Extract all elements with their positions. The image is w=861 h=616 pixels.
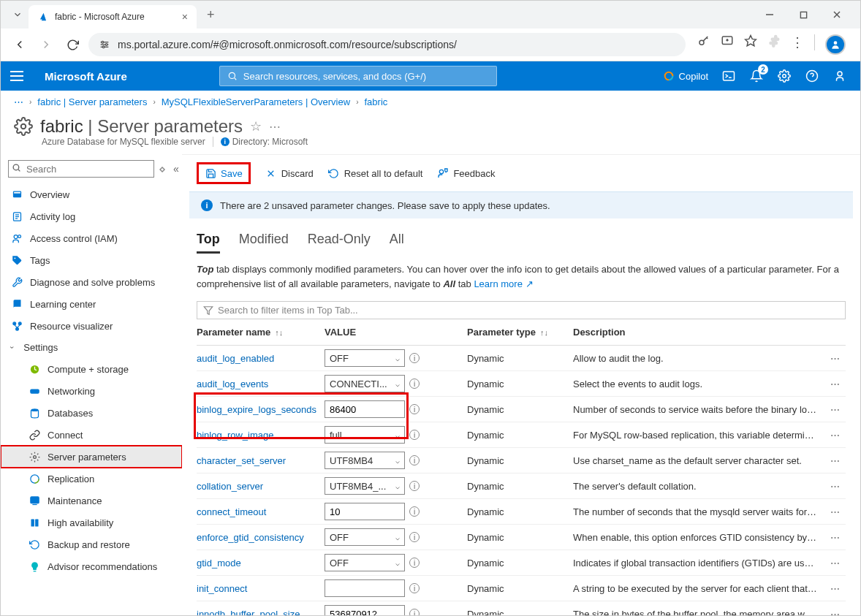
- parameter-link[interactable]: binlog_row_image: [197, 430, 274, 441]
- sidebar-item[interactable]: Networking: [1, 380, 182, 402]
- value-input[interactable]: [325, 605, 405, 616]
- breadcrumb-item[interactable]: MySQLFlexibleServerParameters | Overview: [162, 96, 350, 107]
- info-icon[interactable]: i: [409, 583, 420, 593]
- sidebar-item[interactable]: Server parameters: [1, 446, 182, 468]
- extensions-icon[interactable]: [767, 34, 781, 55]
- discard-button[interactable]: Discard: [265, 167, 314, 179]
- row-actions-icon[interactable]: ⋯: [830, 532, 840, 543]
- back-button[interactable]: [10, 34, 30, 55]
- value-select[interactable]: full⌵: [325, 426, 405, 444]
- parameter-link[interactable]: binlog_expire_logs_seconds: [197, 404, 316, 415]
- row-actions-icon[interactable]: ⋯: [830, 506, 840, 517]
- row-actions-icon[interactable]: ⋯: [830, 430, 840, 441]
- value-input[interactable]: [325, 503, 405, 520]
- info-icon[interactable]: i: [409, 609, 420, 616]
- info-icon[interactable]: i: [409, 353, 420, 363]
- breadcrumb-overflow[interactable]: ⋯: [14, 96, 23, 107]
- forward-button[interactable]: [36, 34, 56, 55]
- breadcrumb-item[interactable]: fabric | Server parameters: [37, 96, 147, 107]
- feedback-icon[interactable]: [832, 69, 847, 83]
- reset-button[interactable]: Reset all to default: [328, 167, 423, 179]
- url-input[interactable]: ms.portal.azure.com/#@microsoft.onmicros…: [88, 33, 686, 56]
- info-icon[interactable]: i: [409, 558, 420, 568]
- row-actions-icon[interactable]: ⋯: [830, 379, 840, 389]
- save-button[interactable]: Save: [197, 162, 251, 184]
- row-actions-icon[interactable]: ⋯: [830, 558, 840, 569]
- menu-button[interactable]: [1, 61, 33, 91]
- learn-more-link[interactable]: Learn more: [474, 278, 522, 289]
- notifications-icon[interactable]: 2: [749, 69, 764, 83]
- row-actions-icon[interactable]: ⋯: [830, 481, 840, 492]
- sidebar-item[interactable]: Tags: [1, 249, 182, 271]
- profile-avatar[interactable]: [825, 34, 846, 55]
- col-header-value[interactable]: VALUE: [325, 327, 356, 338]
- key-icon[interactable]: [697, 34, 710, 55]
- value-select[interactable]: UTF8MB4_...⌵: [325, 477, 405, 495]
- collapse-sidebar-button[interactable]: «: [170, 161, 182, 176]
- sidebar-item[interactable]: Overview: [1, 183, 182, 205]
- minimize-button[interactable]: [759, 4, 780, 25]
- value-select[interactable]: OFF⌵: [325, 528, 405, 546]
- sidebar-item[interactable]: Connect: [1, 424, 182, 446]
- col-header-desc[interactable]: Description: [573, 327, 626, 338]
- sidebar-group-settings[interactable]: ›Settings: [1, 337, 182, 358]
- sidebar-item[interactable]: Maintenance: [1, 490, 182, 512]
- settings-icon[interactable]: [777, 69, 792, 83]
- brand-logo[interactable]: Microsoft Azure: [33, 70, 139, 83]
- sidebar-item[interactable]: Compute + storage: [1, 358, 182, 380]
- parameter-link[interactable]: connect_timeout: [197, 506, 266, 517]
- reload-button[interactable]: [62, 34, 83, 55]
- more-actions-icon[interactable]: ⋯: [269, 120, 281, 134]
- sidebar-item[interactable]: Diagnose and solve problems: [1, 271, 182, 293]
- feedback-button[interactable]: Feedback: [437, 167, 495, 179]
- value-select[interactable]: OFF⌵: [325, 554, 405, 571]
- tab-top[interactable]: Top: [197, 232, 220, 254]
- row-actions-icon[interactable]: ⋯: [830, 609, 840, 617]
- info-icon[interactable]: i: [409, 379, 420, 389]
- sidebar-item[interactable]: Activity log: [1, 205, 182, 227]
- sidebar-item[interactable]: Learning center: [1, 293, 182, 315]
- info-icon[interactable]: i: [409, 404, 420, 414]
- row-actions-icon[interactable]: ⋯: [830, 353, 840, 364]
- info-icon[interactable]: i: [409, 430, 420, 440]
- cloudshell-icon[interactable]: [721, 69, 736, 83]
- bookmark-icon[interactable]: [744, 34, 757, 55]
- sidebar-item[interactable]: Advisor recommendations: [1, 555, 182, 577]
- sort-icon[interactable]: ↑↓: [275, 328, 283, 337]
- sort-icon[interactable]: ↑↓: [540, 328, 548, 337]
- sidebar-search-input[interactable]: [8, 160, 154, 178]
- value-input[interactable]: [325, 400, 405, 418]
- tab-all[interactable]: All: [390, 232, 404, 254]
- global-search-input[interactable]: Search resources, services, and docs (G+…: [219, 66, 497, 86]
- menu-icon[interactable]: ⋮: [791, 34, 804, 55]
- row-actions-icon[interactable]: ⋯: [830, 583, 840, 594]
- col-header-type[interactable]: Parameter type: [467, 327, 536, 338]
- value-input[interactable]: [325, 579, 405, 597]
- col-header-name[interactable]: Parameter name: [197, 327, 270, 338]
- close-tab-icon[interactable]: ×: [182, 11, 188, 23]
- parameter-link[interactable]: character_set_server: [197, 455, 286, 466]
- sidebar-item[interactable]: Access control (IAM): [1, 227, 182, 249]
- parameter-link[interactable]: audit_log_enabled: [197, 353, 274, 364]
- tab-dropdown-icon[interactable]: [7, 9, 29, 20]
- new-tab-button[interactable]: +: [201, 4, 221, 26]
- info-icon[interactable]: i: [409, 481, 420, 491]
- copilot-button[interactable]: Copilot: [663, 70, 708, 82]
- value-select[interactable]: CONNECTI...⌵: [325, 375, 405, 392]
- info-icon[interactable]: i: [409, 532, 420, 542]
- value-select[interactable]: OFF⌵: [325, 349, 405, 367]
- row-actions-icon[interactable]: ⋯: [830, 404, 840, 415]
- parameter-link[interactable]: innodb_buffer_pool_size: [197, 609, 300, 617]
- favorite-icon[interactable]: ☆: [250, 118, 262, 134]
- value-select[interactable]: UTF8MB4⌵: [325, 452, 405, 469]
- expand-icon[interactable]: ⋄: [159, 162, 166, 176]
- close-window-button[interactable]: [827, 4, 847, 25]
- browser-tab[interactable]: fabric - Microsoft Azure ×: [29, 5, 197, 28]
- tab-readonly[interactable]: Read-Only: [308, 232, 371, 254]
- site-settings-icon[interactable]: [99, 39, 110, 50]
- sidebar-item[interactable]: Databases: [1, 402, 182, 424]
- sidebar-item[interactable]: Backup and restore: [1, 533, 182, 555]
- install-icon[interactable]: [721, 34, 734, 55]
- parameter-link[interactable]: gtid_mode: [197, 558, 241, 569]
- help-icon[interactable]: [805, 69, 819, 83]
